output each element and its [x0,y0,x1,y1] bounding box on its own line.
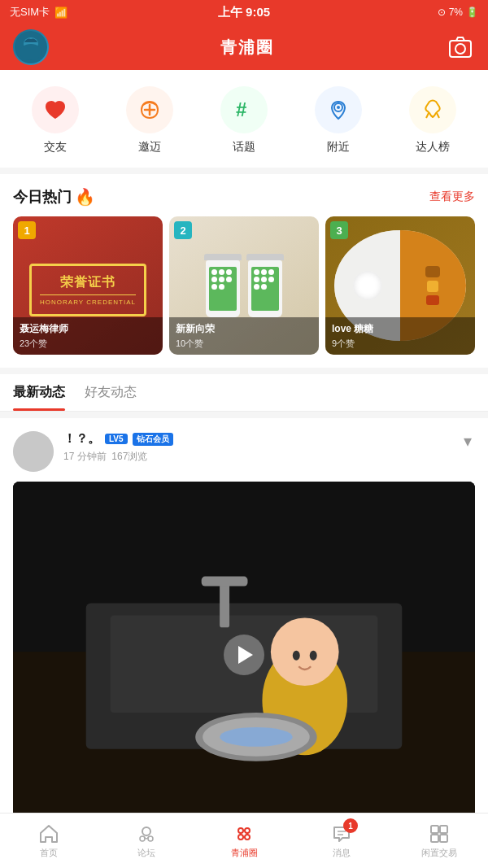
post-username-text: ！？。 [63,431,100,447]
post-meta: ！？。 LV5 钻石会员 17 分钟前 167浏览 [63,431,451,464]
svg-point-22 [142,827,150,835]
level-badge: LV5 [105,434,128,444]
nav-tab-qpq[interactable]: 青浦圈 [195,813,293,868]
fire-icon: 🔥 [75,187,95,207]
nav-tab-message[interactable]: 1 消息 [293,813,390,868]
see-more-link[interactable]: 查看更多 [429,190,475,204]
hot-item-3-name: love 糖糖 [332,322,468,336]
post-header: ！？。 LV5 钻石会员 17 分钟前 167浏览 ▾ [13,431,475,472]
hot-item-2-likes: 10个赞 [176,338,312,350]
svg-point-16 [271,617,339,686]
nav-item-topic[interactable]: # 话题 [211,86,277,155]
nav-item-invite[interactable]: 邀迈 [117,86,182,155]
battery-symbol: 🔋 [466,7,478,18]
nearby-label: 附近 [327,140,350,155]
hot-item-2[interactable]: 2 [169,216,319,355]
svg-rect-31 [431,826,438,833]
nav-tab-trade[interactable]: 闲置交易 [390,813,488,868]
feed-post: ！？。 LV5 钻石会员 17 分钟前 167浏览 ▾ [0,418,488,841]
post-username-row: ！？。 LV5 钻石会员 [63,431,451,447]
member-badge: 钻石会员 [133,433,173,446]
wifi-icon: 📶 [54,7,68,19]
nav-tab-home[interactable]: 首页 [0,813,98,868]
nav-item-ranking[interactable]: 达人榜 [400,86,465,155]
svg-point-8 [13,431,54,472]
svg-rect-14 [202,577,248,587]
carrier-text: 无SIM卡 [10,5,50,20]
svg-point-2 [20,44,42,60]
feed-tabs: 最新动态 好友动态 [0,374,488,412]
rank-badge-3: 3 [330,221,348,239]
message-badge: 1 [343,818,358,833]
status-left: 无SIM卡 📶 [10,5,68,20]
bottom-nav: 首页 论坛 青浦圈 1 消息 [0,813,488,868]
friends-icon [32,86,79,133]
post-video[interactable] [13,482,475,828]
svg-point-26 [245,828,250,833]
hot-item-1-name: 聂运梅律师 [20,322,156,336]
invite-icon [126,86,173,133]
nav-tab-forum[interactable]: 论坛 [98,813,195,868]
hot-title: 今日热门 🔥 [13,187,95,207]
svg-point-7 [337,106,340,109]
nearby-icon [315,86,362,133]
page-title: 青浦圈 [220,37,274,59]
svg-rect-34 [440,835,447,842]
svg-rect-33 [431,835,438,842]
svg-point-17 [293,651,300,661]
hot-item-1-likes: 23个赞 [20,338,156,350]
friends-label: 交友 [44,140,67,155]
post-dropdown-button[interactable]: ▾ [460,431,475,451]
topic-icon: # [220,86,268,133]
invite-label: 邀迈 [138,140,161,155]
hot-item-2-info: 新新向荣 10个赞 [169,317,319,355]
quick-nav: 交友 邀迈 # 话题 附近 达人榜 [0,70,488,168]
message-label: 消息 [333,847,351,859]
camera-button[interactable] [446,33,475,62]
play-triangle-icon [238,646,253,664]
nav-item-nearby[interactable]: 附近 [306,86,371,155]
hot-item-3[interactable]: 3 love 糖糖 9个赞 [325,216,475,355]
play-button[interactable] [224,635,264,675]
svg-point-18 [310,651,317,661]
post-time: 17 分钟前 167浏览 [63,450,451,464]
hot-grid: 1 荣誉证书 HONORARY CREDENTIAL 聂运梅律师 23个赞 2 [0,216,488,368]
hot-item-3-likes: 9个赞 [332,338,468,350]
svg-text:#: # [236,98,246,120]
tab-latest[interactable]: 最新动态 [13,374,65,411]
svg-point-28 [245,835,250,840]
svg-point-21 [220,727,293,747]
ranking-icon [409,86,456,133]
svg-point-25 [238,828,243,833]
home-label: 首页 [40,847,58,859]
user-avatar[interactable] [13,29,49,65]
hot-section-header: 今日热门 🔥 查看更多 [0,174,488,216]
hot-item-2-name: 新新向荣 [176,322,312,336]
trade-label: 闲置交易 [421,847,457,859]
forum-label: 论坛 [137,847,155,859]
hot-item-3-info: love 糖糖 9个赞 [325,317,475,355]
certificate-title: 荣誉证书 [40,274,136,291]
hot-item-1-info: 聂运梅律师 23个赞 [13,317,163,355]
qpq-label: 青浦圈 [231,847,258,859]
svg-rect-32 [440,826,447,833]
status-time: 上午 9:05 [218,5,270,20]
battery-icon: ⊙ [438,7,446,18]
tab-friends[interactable]: 好友动态 [85,374,137,411]
rank-badge-2: 2 [174,221,192,239]
nav-item-friends[interactable]: 交友 [23,86,88,155]
hot-item-1[interactable]: 1 荣誉证书 HONORARY CREDENTIAL 聂运梅律师 23个赞 [13,216,163,355]
header: 青浦圈 [0,24,488,70]
battery-level: 7% [449,7,463,18]
topic-label: 话题 [233,140,255,155]
status-right: ⊙ 7% 🔋 [438,7,478,18]
svg-point-4 [455,44,465,54]
ranking-label: 达人榜 [416,140,450,155]
certificate-subtitle: HONORARY CREDENTIAL [40,299,136,306]
post-avatar[interactable] [13,431,54,472]
rank-badge-1: 1 [18,221,36,239]
status-bar: 无SIM卡 📶 上午 9:05 ⊙ 7% 🔋 [0,0,488,24]
svg-point-27 [238,835,243,840]
